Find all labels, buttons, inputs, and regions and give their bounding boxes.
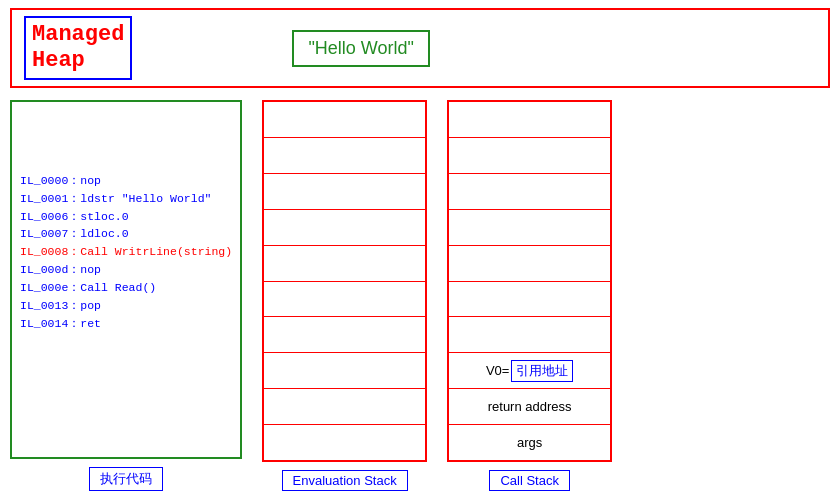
code-panel-label: 执行代码 (89, 467, 163, 491)
call-cell-1 (449, 138, 610, 174)
eval-cell-2 (264, 174, 425, 210)
columns-area: IL_0000：nop IL_0001：ldstr "Hello World" … (10, 100, 830, 491)
main-container: ManagedHeap "Hello World" IL_0000：nop IL… (0, 0, 840, 501)
eval-stack-box (262, 100, 427, 462)
args-text: args (517, 435, 542, 450)
code-box: IL_0000：nop IL_0001：ldstr "Hello World" … (10, 100, 242, 459)
call-cell-2 (449, 174, 610, 210)
code-line-8: IL_0014：ret (20, 315, 232, 333)
v0-label: V0= (486, 363, 510, 378)
call-cell-return: return address (449, 389, 610, 425)
call-stack-box: V0= 引用地址 return address args (447, 100, 612, 462)
eval-cell-7 (264, 353, 425, 389)
code-line-7: IL_0013：pop (20, 297, 232, 315)
eval-cell-0 (264, 102, 425, 138)
eval-cell-9 (264, 425, 425, 460)
code-line-0: IL_0000：nop (20, 172, 232, 190)
eval-panel-label: Envaluation Stack (282, 470, 408, 491)
call-cell-3 (449, 210, 610, 246)
code-line-3: IL_0007：ldloc.0 (20, 225, 232, 243)
managed-heap-label: ManagedHeap (24, 16, 132, 81)
eval-cell-8 (264, 389, 425, 425)
code-panel: IL_0000：nop IL_0001：ldstr "Hello World" … (10, 100, 242, 491)
code-line-4: IL_0008：Call WritrLine(string) (20, 243, 232, 261)
eval-cell-1 (264, 138, 425, 174)
call-cell-v0: V0= 引用地址 (449, 353, 610, 389)
call-panel-label: Call Stack (489, 470, 570, 491)
call-cell-0 (449, 102, 610, 138)
call-panel: V0= 引用地址 return address args Call Stack (447, 100, 612, 491)
call-cell-args: args (449, 425, 610, 460)
call-cell-6 (449, 317, 610, 353)
call-cell-5 (449, 282, 610, 318)
eval-cell-6 (264, 317, 425, 353)
return-address-text: return address (488, 399, 572, 414)
eval-cell-5 (264, 282, 425, 318)
call-cell-4 (449, 246, 610, 282)
managed-heap-box: ManagedHeap "Hello World" (10, 8, 830, 88)
code-line-6: IL_000e：Call Read() (20, 279, 232, 297)
code-line-5: IL_000d：nop (20, 261, 232, 279)
hello-world-label: "Hello World" (292, 30, 429, 67)
code-line-1: IL_0001：ldstr "Hello World" (20, 190, 232, 208)
eval-cell-3 (264, 210, 425, 246)
v0-ref-label: 引用地址 (511, 360, 573, 382)
eval-panel: Envaluation Stack (262, 100, 427, 491)
code-line-2: IL_0006：stloc.0 (20, 208, 232, 226)
eval-cell-4 (264, 246, 425, 282)
